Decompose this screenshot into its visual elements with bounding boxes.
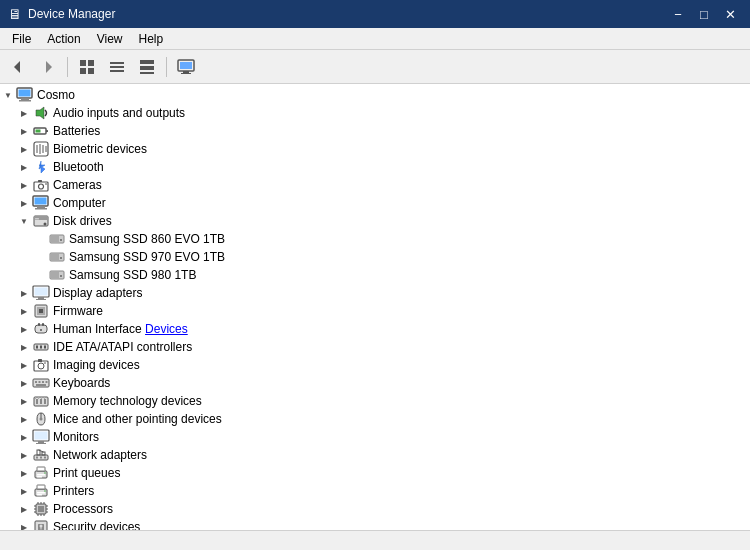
minimize-button[interactable]: − [666,4,690,24]
toolbar-separator-1 [67,57,68,77]
root-expand-icon[interactable]: ▼ [0,91,16,100]
tree-item-biometric[interactable]: ▶ Biometric devices [0,140,750,158]
svg-rect-19 [19,100,31,102]
title-bar: 🖥 Device Manager − □ ✕ [0,0,750,28]
tree-item-ssd860[interactable]: ▶ Samsung SSD 860 EVO 1TB [0,230,750,248]
tree-item-cameras[interactable]: ▶ Cameras [0,176,750,194]
toolbar-btn-3[interactable] [133,54,161,80]
svg-rect-53 [36,299,46,300]
printq-expand[interactable]: ▶ [16,469,32,478]
tree-item-display[interactable]: ▶ Display adapters [0,284,750,302]
toolbar-btn-2[interactable] [103,54,131,80]
firmware-expand[interactable]: ▶ [16,307,32,316]
tree-item-network[interactable]: ▶ Network adapters [0,446,750,464]
svg-rect-86 [35,432,48,440]
processors-label: Processors [53,502,113,516]
imaging-expand[interactable]: ▶ [16,361,32,370]
tree-item-monitors[interactable]: ▶ Monitors [0,428,750,446]
menu-file[interactable]: File [4,30,39,48]
disk-expand[interactable]: ▼ [16,217,32,226]
batteries-expand[interactable]: ▶ [16,127,32,136]
svg-point-49 [60,275,62,277]
computer-label: Computer [53,196,106,210]
security-icon [32,518,50,530]
svg-marker-1 [46,61,52,73]
menu-help[interactable]: Help [131,30,172,48]
biometric-expand[interactable]: ▶ [16,145,32,154]
tree-item-security[interactable]: ▶ Security devices [0,518,750,530]
audio-expand[interactable]: ▶ [16,109,32,118]
svg-rect-7 [110,66,124,68]
tree-item-hid[interactable]: ▶ Human Interface Devices [0,320,750,338]
tree-item-keyboards[interactable]: ▶ Keyboards [0,374,750,392]
printq-icon [32,464,50,482]
bluetooth-expand[interactable]: ▶ [16,163,32,172]
tree-item-firmware[interactable]: ▶ Firmware [0,302,750,320]
ide-label: IDE ATA/ATAPI controllers [53,340,192,354]
computer-expand[interactable]: ▶ [16,199,32,208]
svg-rect-74 [36,384,46,386]
menu-action[interactable]: Action [39,30,88,48]
svg-rect-70 [35,381,37,383]
bluetooth-icon [32,158,50,176]
hid-expand[interactable]: ▶ [16,325,32,334]
svg-rect-99 [37,476,42,478]
display-expand[interactable]: ▶ [16,289,32,298]
monitors-expand[interactable]: ▶ [16,433,32,442]
device-tree[interactable]: ▼ Cosmo ▶ Audio inputs and ou [0,84,750,530]
tree-item-bluetooth[interactable]: ▶ Bluetooth [0,158,750,176]
cameras-expand[interactable]: ▶ [16,181,32,190]
tree-root[interactable]: ▼ Cosmo [0,86,750,104]
svg-rect-97 [37,467,45,471]
tree-item-ide[interactable]: ▶ IDE ATA/ATAPI controllers [0,338,750,356]
svg-rect-13 [180,62,192,69]
memory-expand[interactable]: ▶ [16,397,32,406]
processors-expand[interactable]: ▶ [16,505,32,514]
svg-rect-4 [80,68,86,74]
computer-icon [32,194,50,212]
svg-rect-94 [40,457,42,459]
tree-item-memory[interactable]: ▶ Memory technology devices [0,392,750,410]
tree-item-printq[interactable]: ▶ Print queues [0,464,750,482]
ide-expand[interactable]: ▶ [16,343,32,352]
svg-rect-59 [42,323,44,326]
svg-point-39 [44,223,47,226]
svg-rect-8 [110,70,124,72]
toolbar-btn-1[interactable] [73,54,101,80]
network-icon [32,446,50,464]
mice-expand[interactable]: ▶ [16,415,32,424]
printers-expand[interactable]: ▶ [16,487,32,496]
tree-item-printers[interactable]: ▶ Printers [0,482,750,500]
tree-item-mice[interactable]: ▶ Mice and other pointing devices [0,410,750,428]
tree-item-computer[interactable]: ▶ Computer [0,194,750,212]
svg-rect-103 [37,492,45,494]
svg-rect-123 [41,527,42,530]
svg-rect-51 [35,288,48,296]
toolbar-computer-btn[interactable] [172,54,200,80]
svg-rect-11 [140,72,154,74]
ssd980-label: Samsung SSD 980 1TB [69,268,196,282]
hid-label: Human Interface Devices [53,322,188,336]
tree-item-batteries[interactable]: ▶ Batteries [0,122,750,140]
close-button[interactable]: ✕ [718,4,742,24]
svg-rect-82 [44,397,45,399]
tree-item-ssd980[interactable]: ▶ Samsung SSD 980 1TB [0,266,750,284]
security-expand[interactable]: ▶ [16,523,32,531]
printers-label: Printers [53,484,94,498]
menu-view[interactable]: View [89,30,131,48]
tree-item-imaging[interactable]: ▶ Imaging devices [0,356,750,374]
maximize-button[interactable]: □ [692,4,716,24]
tree-item-disk[interactable]: ▼ Disk drives [0,212,750,230]
tree-item-processors[interactable]: ▶ Proces [0,500,750,518]
forward-button[interactable] [34,54,62,80]
tree-item-ssd970[interactable]: ▶ Samsung SSD 970 EVO 1TB [0,248,750,266]
keyboards-expand[interactable]: ▶ [16,379,32,388]
svg-rect-36 [35,208,47,210]
tree-item-audio[interactable]: ▶ Audio inputs and outputs [0,104,750,122]
svg-rect-64 [44,346,46,349]
audio-label: Audio inputs and outputs [53,106,185,120]
back-button[interactable] [4,54,32,80]
ssd980-expand: ▶ [32,271,48,280]
network-expand[interactable]: ▶ [16,451,32,460]
svg-rect-76 [36,399,38,404]
